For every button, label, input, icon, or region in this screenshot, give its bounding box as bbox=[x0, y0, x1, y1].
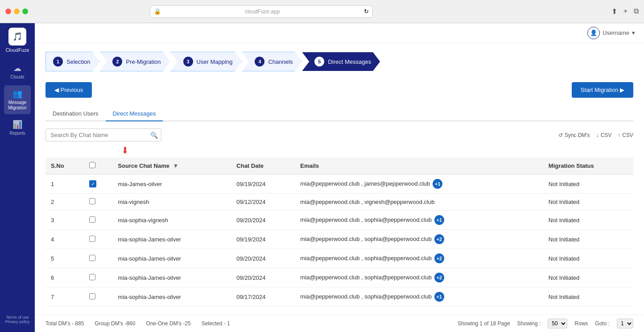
share-icon[interactable]: ⬆ bbox=[611, 7, 617, 16]
search-toolbar: 🔍 ↺ Sync DM's ↓ CSV ↑ CSV bbox=[45, 129, 633, 141]
sidebar-item-clouds[interactable]: ☁ Clouds bbox=[4, 60, 31, 83]
select-all-checkbox[interactable] bbox=[89, 162, 95, 168]
pagination-info: Showing 1 of 18 Page bbox=[458, 320, 510, 327]
row-checkbox-cell bbox=[84, 230, 112, 249]
col-migration-status: Migration Status bbox=[543, 158, 633, 174]
row-checkbox[interactable] bbox=[89, 255, 95, 261]
row-chat-date: 09/19/2024 bbox=[231, 230, 295, 249]
minimize-button[interactable] bbox=[14, 8, 20, 14]
filter-icon[interactable]: ▼ bbox=[173, 162, 179, 169]
upload-csv-label: CSV bbox=[622, 132, 633, 138]
sidebar-item-reports[interactable]: 📊 Reports bbox=[4, 116, 31, 140]
step-5[interactable]: 5 Direct Messages bbox=[302, 52, 380, 71]
footer-bar: Total DM's - 885 Group DM's -860 One-One… bbox=[35, 315, 644, 332]
sidebar-logo: 🎵 bbox=[8, 28, 26, 46]
step-2-label: Pre-Migration bbox=[126, 58, 161, 65]
down-arrow-icon: ⬇ bbox=[121, 145, 129, 156]
row-checkbox-cell bbox=[84, 211, 112, 230]
reports-icon: 📊 bbox=[12, 120, 22, 129]
search-icon: 🔍 bbox=[150, 132, 158, 139]
previous-button[interactable]: ◀ Previous bbox=[45, 82, 92, 98]
address-bar[interactable]: 🔒 cloudFuze.app ↻ bbox=[150, 5, 373, 18]
main-content: 👤 Username ▾ 1 Selection 2 Pre-Migration bbox=[35, 23, 644, 332]
table-row: 1✓mia-James-oilver09/19/2024mia@pepperwo… bbox=[45, 174, 633, 194]
user-info: 👤 Username ▾ bbox=[587, 27, 635, 39]
table-body: 1✓mia-James-oilver09/19/2024mia@pepperwo… bbox=[45, 174, 633, 307]
footer-right: Showing 1 of 18 Page Showing : 50 25 10 … bbox=[458, 319, 633, 328]
rows-select[interactable]: 50 25 10 bbox=[548, 319, 567, 328]
row-checkbox-cell bbox=[84, 249, 112, 268]
sidebar-item-message-migration[interactable]: 👥 Message Migration bbox=[4, 85, 31, 114]
refresh-icon[interactable]: ↻ bbox=[364, 8, 369, 15]
col-sno: S.No bbox=[45, 158, 84, 174]
email-badge: +1 bbox=[433, 179, 442, 189]
start-migration-button[interactable]: Start Migration ▶ bbox=[572, 82, 633, 98]
browser-actions: ⬆ + ⧉ bbox=[611, 7, 639, 16]
user-icon: 👤 bbox=[590, 29, 597, 36]
row-emails: mia@pepperwood.club , sophia@pepperwood.… bbox=[295, 287, 543, 307]
total-dms: Total DM's - 885 bbox=[45, 320, 84, 327]
sync-dms-label: Sync DM's bbox=[565, 132, 590, 138]
step-1-num: 1 bbox=[53, 57, 63, 66]
privacy-link[interactable]: Privacy policy bbox=[5, 320, 29, 324]
upload-csv-button[interactable]: ↑ CSV bbox=[618, 132, 633, 138]
row-num: 6 bbox=[45, 268, 84, 287]
download-csv-label: CSV bbox=[601, 132, 612, 138]
row-emails: mia@pepperwood.club , sophia@pepperwood.… bbox=[295, 211, 543, 230]
row-migration-status: Not Initiated bbox=[543, 268, 633, 287]
maximize-button[interactable] bbox=[22, 8, 28, 14]
row-migration-status: Not Initiated bbox=[543, 194, 633, 211]
row-checkbox[interactable] bbox=[89, 198, 95, 204]
row-checkbox[interactable] bbox=[89, 293, 95, 299]
row-chat-name: mia-sophia-James-oilver bbox=[112, 268, 231, 287]
download-csv-button[interactable]: ↓ CSV bbox=[596, 132, 612, 138]
row-checkbox[interactable] bbox=[89, 274, 95, 280]
footer-left: Total DM's - 885 Group DM's -860 One-One… bbox=[45, 320, 230, 327]
step-4[interactable]: 4 Channels bbox=[242, 52, 302, 71]
app-wrapper: 🎵 CloudFuze ☁ Clouds 👥 Message Migration… bbox=[0, 23, 644, 332]
tab-direct-messages[interactable]: Direct Messages bbox=[106, 107, 163, 121]
tabs: Destination Users Direct Messages bbox=[45, 107, 633, 121]
table-row: 3mia-sophia-vignesh09/20/2024mia@pepperw… bbox=[45, 211, 633, 230]
one-one-dms: One-One DM's -25 bbox=[146, 320, 190, 327]
row-checkbox[interactable] bbox=[89, 216, 95, 223]
row-migration-status: Not Initiated bbox=[543, 287, 633, 307]
table-row: 7mia-sophia-James-oilver09/17/2024mia@pe… bbox=[45, 287, 633, 307]
new-tab-icon[interactable]: + bbox=[623, 7, 627, 16]
col-chat-name: Source Chat Name ▼ bbox=[112, 158, 231, 174]
sync-dms-button[interactable]: ↺ Sync DM's bbox=[558, 132, 590, 138]
step-3[interactable]: 3 User Mapping bbox=[170, 52, 242, 71]
sidebar-brand: CloudFuze bbox=[5, 47, 29, 53]
terms-link[interactable]: Terms of use bbox=[5, 315, 29, 320]
step-4-label: Channels bbox=[268, 58, 293, 65]
row-num: 3 bbox=[45, 211, 84, 230]
row-num: 1 bbox=[45, 174, 84, 194]
goto-select[interactable]: 1 2 3 bbox=[617, 319, 633, 328]
row-emails: mia@pepperwood.club , sophia@pepperwood.… bbox=[295, 268, 543, 287]
table-header: S.No Source Chat Name ▼ Chat Date Emails… bbox=[45, 158, 633, 174]
row-migration-status: Not Initiated bbox=[543, 230, 633, 249]
action-row: ◀ Previous Start Migration ▶ bbox=[45, 82, 633, 98]
step-1[interactable]: 1 Selection bbox=[45, 52, 99, 71]
row-checkbox-cell bbox=[84, 194, 112, 211]
selected-count: Selected - 1 bbox=[202, 320, 230, 327]
row-checkbox-cell bbox=[84, 287, 112, 307]
row-migration-status: Not Initiated bbox=[543, 174, 633, 194]
tabs-icon[interactable]: ⧉ bbox=[634, 7, 639, 16]
sidebar-item-reports-label: Reports bbox=[9, 131, 25, 136]
row-checkbox[interactable] bbox=[89, 236, 95, 242]
tab-destination-users[interactable]: Destination Users bbox=[45, 107, 106, 120]
email-badge: +1 bbox=[434, 292, 444, 302]
row-emails: mia@pepperwood.club , james@pepperwood.c… bbox=[295, 174, 543, 194]
row-checkbox[interactable]: ✓ bbox=[89, 180, 96, 187]
chevron-down-icon[interactable]: ▾ bbox=[632, 29, 635, 36]
data-table: S.No Source Chat Name ▼ Chat Date Emails… bbox=[45, 158, 633, 307]
row-chat-name: mia-sophia-James-oilver bbox=[112, 287, 231, 307]
search-input[interactable] bbox=[45, 129, 161, 141]
download-icon: ↓ bbox=[596, 132, 599, 138]
close-button[interactable] bbox=[5, 8, 11, 14]
sidebar-footer: Terms of use Privacy policy bbox=[1, 311, 33, 328]
row-checkbox-cell bbox=[84, 268, 112, 287]
email-badge: +1 bbox=[434, 215, 444, 225]
step-2[interactable]: 2 Pre-Migration bbox=[99, 52, 170, 71]
